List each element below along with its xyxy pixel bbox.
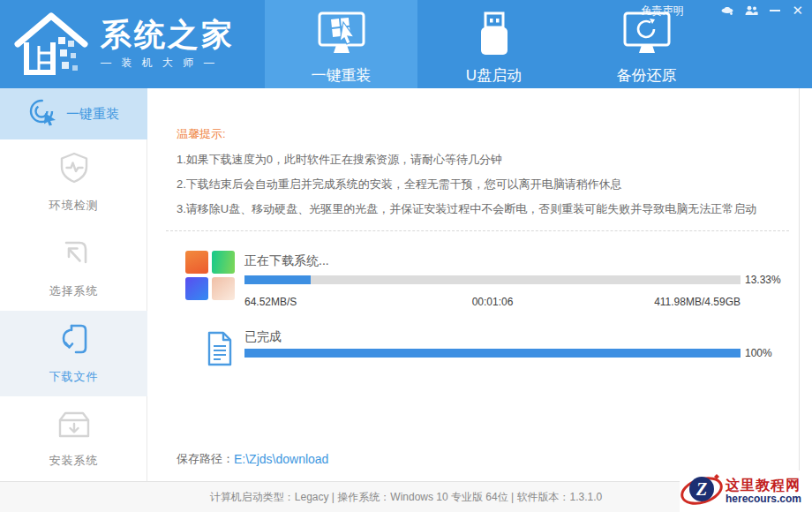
sidebar-item-label: 环境检测 bbox=[49, 198, 99, 214]
save-path-label: 保存路径： bbox=[177, 451, 234, 467]
download-progress-fill bbox=[244, 275, 311, 284]
download-size: 411.98MB/4.59GB bbox=[599, 296, 741, 308]
monitor-windows-cursor-icon bbox=[316, 11, 367, 60]
tab-onekey-reinstall[interactable]: 一键重装 bbox=[265, 0, 417, 88]
close-button[interactable]: ✕ bbox=[792, 4, 803, 17]
download-status-text: 正在下载系统... bbox=[244, 253, 329, 269]
download-percent-label: 13.33% bbox=[745, 274, 781, 286]
sidebar-item-select-system[interactable]: 选择系统 bbox=[0, 225, 147, 311]
download-speed: 64.52MB/S bbox=[244, 296, 297, 308]
disclaimer-link[interactable]: 免责声明 bbox=[641, 4, 683, 19]
tip-line-1: 1.如果下载速度为0，此时软件正在搜索资源，请耐心等待几分钟 bbox=[177, 152, 502, 168]
app-logo: 系统之家 — 装 机 大 师 — bbox=[12, 7, 235, 81]
user-group-icon[interactable] bbox=[745, 5, 758, 16]
sidebar-item-label: 安装系统 bbox=[49, 453, 99, 469]
sidebar-item-onekey-reinstall[interactable]: 一键重装 bbox=[0, 88, 147, 139]
save-path-row: 保存路径： E:\Zjds\download bbox=[177, 451, 328, 467]
svg-text:Z: Z bbox=[695, 479, 707, 499]
service-icon[interactable] bbox=[721, 5, 733, 17]
completed-progress-fill bbox=[244, 349, 741, 358]
download-progress-bar bbox=[244, 275, 741, 284]
tab-label: 备份还原 bbox=[617, 65, 677, 86]
windows-logo-pane bbox=[212, 277, 235, 300]
completed-progress-bar bbox=[244, 349, 741, 358]
download-file-icon bbox=[58, 322, 90, 359]
app-window: 系统之家 — 装 机 大 师 — 一键重装 bbox=[0, 0, 812, 512]
windows-logo-icon bbox=[185, 251, 237, 300]
sidebar-item-install-system[interactable]: 安装系统 bbox=[0, 396, 147, 482]
header: 系统之家 — 装 机 大 师 — 一键重装 bbox=[0, 0, 812, 88]
windows-logo-pane bbox=[185, 277, 208, 300]
watermark-texts: 这里教程网 herecours.com bbox=[726, 478, 801, 506]
sidebar-item-label: 选择系统 bbox=[49, 283, 99, 299]
sidebar-item-label: 下载文件 bbox=[49, 369, 99, 385]
watermark-title: 这里教程网 bbox=[726, 478, 801, 493]
tips-title: 温馨提示: bbox=[177, 126, 226, 142]
content-right-divider bbox=[799, 88, 800, 491]
house-logo-icon bbox=[12, 7, 94, 81]
windows-logo-pane bbox=[212, 251, 235, 274]
usb-drive-icon bbox=[469, 11, 520, 60]
reinstall-target-cursor-icon bbox=[28, 98, 58, 130]
logo-text: 系统之家 — 装 机 大 师 — bbox=[101, 18, 235, 71]
sidebar: 一键重装 环境检测 选择系统 bbox=[0, 88, 147, 481]
sidebar-item-download-files[interactable]: 下载文件 bbox=[0, 311, 147, 396]
completed-percent-label: 100% bbox=[745, 347, 772, 359]
download-elapsed-time: 00:01:06 bbox=[440, 296, 545, 308]
tip-line-2: 2.下载结束后会自动重启并完成系统的安装，全程无需干预，您可以离开电脑请稍作休息 bbox=[177, 177, 622, 192]
sidebar-item-label: 一键重装 bbox=[66, 106, 119, 123]
completed-status-text: 已完成 bbox=[244, 329, 282, 345]
shield-pulse-icon bbox=[57, 151, 91, 188]
z-logo-icon: Z bbox=[680, 471, 724, 512]
windows-logo-pane bbox=[185, 251, 208, 274]
sidebar-item-env-check[interactable]: 环境检测 bbox=[0, 139, 147, 225]
tip-line-3: 3.请移除U盘、移动硬盘、光驱里的光盘，并保证安装过程中不会断电，否则重装可能失… bbox=[177, 201, 756, 217]
tab-label: U盘启动 bbox=[466, 65, 522, 86]
dashed-separator bbox=[166, 230, 789, 231]
document-icon bbox=[206, 330, 233, 371]
minimize-button[interactable] bbox=[770, 10, 780, 11]
install-box-icon bbox=[56, 410, 93, 443]
logo-subtitle: — 装 机 大 师 — bbox=[101, 56, 235, 71]
site-watermark: Z 这里教程网 herecours.com bbox=[680, 471, 812, 512]
watermark-domain: herecours.com bbox=[726, 493, 801, 505]
save-path-link[interactable]: E:\Zjds\download bbox=[234, 452, 328, 466]
logo-title: 系统之家 bbox=[101, 18, 235, 52]
window-controls: 免责声明 ✕ bbox=[641, 4, 803, 18]
tab-label: 一键重装 bbox=[312, 65, 372, 86]
tab-usb-boot[interactable]: U盘启动 bbox=[417, 0, 570, 88]
system-info-text: 计算机启动类型：Legacy | 操作系统：Windows 10 专业版 64位… bbox=[210, 490, 602, 505]
select-cursor-icon bbox=[57, 237, 91, 274]
